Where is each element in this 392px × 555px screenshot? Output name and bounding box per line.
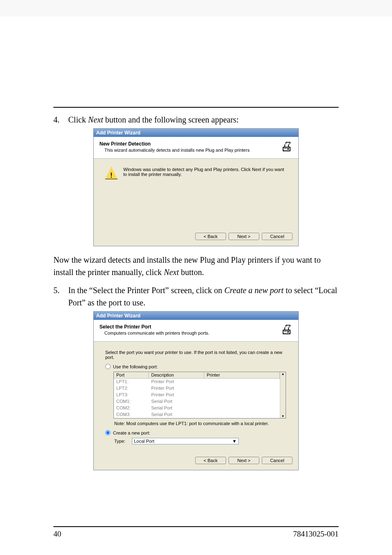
type-row: Type: Local Port ▼ <box>114 438 287 444</box>
mid-paragraph: Now the wizard detects and installs the … <box>53 254 339 278</box>
dialog2-header: Select the Printer Port Computers commun… <box>94 320 298 342</box>
step-4-frag-b: Next <box>88 115 103 124</box>
table-row[interactable]: COM2:Serial Port <box>114 405 280 412</box>
port-table-scrollbar[interactable]: ▲▼ <box>280 372 286 418</box>
table-row[interactable]: COM3:Serial Port <box>114 412 280 418</box>
printer-icon: 🖨 <box>280 140 293 153</box>
scroll-down-icon[interactable]: ▼ <box>280 414 286 418</box>
create-new-port-radio[interactable]: Create a new port: <box>105 430 287 435</box>
step-4-num: 4. <box>53 113 68 126</box>
port-table: Port Description Printer LPT1:Printer Po… <box>113 372 286 419</box>
port-note: Note: Most computers use the LPT1: port … <box>114 421 287 426</box>
port-table-body: LPT1:Printer Port LPT2:Printer Port LPT3… <box>114 379 280 418</box>
top-rule <box>53 107 339 108</box>
col-desc: Description <box>149 372 204 379</box>
table-row[interactable]: LPT2:Printer Port <box>114 385 280 392</box>
step-4: 4. Click Next button and the following s… <box>53 113 339 126</box>
step-5: 5. In the “Select the Printer Port” scre… <box>53 284 339 309</box>
cancel-button[interactable]: Cancel <box>262 233 293 240</box>
type-select-value: Local Port <box>134 439 154 444</box>
back-button[interactable]: < Back <box>195 233 226 240</box>
table-row[interactable]: COM1:Serial Port <box>114 398 280 405</box>
type-select[interactable]: Local Port ▼ <box>132 438 239 444</box>
page-number: 40 <box>53 530 61 539</box>
port-table-head: Port Description Printer <box>114 372 280 379</box>
dialog2-buttons: < Back Next > Cancel <box>94 453 298 470</box>
table-row[interactable]: LPT3:Printer Port <box>114 392 280 398</box>
warning-icon: ! <box>105 167 118 179</box>
use-following-port-radio[interactable]: Use the following port: <box>105 364 287 369</box>
dialog1-header-text: New Printer Detection This wizard automa… <box>99 141 275 153</box>
dialog2-header-title: Select the Printer Port <box>99 324 275 330</box>
dialog2-header-sub: Computers communicate with printers thro… <box>99 331 275 335</box>
dialog1-header: New Printer Detection This wizard automa… <box>94 137 298 159</box>
create-new-port-label: Create a new port: <box>113 430 150 435</box>
dialog1-titlebar: Add Printer Wizard <box>94 129 298 137</box>
use-following-port-input[interactable] <box>105 364 111 369</box>
dialog1-header-sub: This wizard automatically detects and in… <box>99 148 275 153</box>
step-5-text: In the “Select the Printer Port” screen,… <box>68 284 339 309</box>
warn-row: ! Windows was unable to detect any Plug … <box>105 167 287 179</box>
footer-row: 40 78413025-001 <box>53 530 339 539</box>
mid-frag-b: Next <box>164 268 179 277</box>
step-4-frag-a: Click <box>68 115 88 124</box>
step-5-frag-a: In the “Select the Printer Port” screen,… <box>68 286 224 295</box>
type-label: Type: <box>114 439 125 444</box>
port-table-inner: Port Description Printer LPT1:Printer Po… <box>114 372 280 418</box>
back-button[interactable]: < Back <box>195 457 226 464</box>
dialog1-body-text: Windows was unable to detect any Plug an… <box>123 167 287 177</box>
dialog1-buttons: < Back Next > Cancel <box>94 229 298 246</box>
dialog2-header-text: Select the Printer Port Computers commun… <box>99 324 275 335</box>
create-new-port-input[interactable] <box>105 430 111 435</box>
use-following-port-label: Use the following port: <box>113 364 158 369</box>
dialog1-body: ! Windows was unable to detect any Plug … <box>94 159 298 229</box>
page: 4. Click Next button and the following s… <box>0 16 392 555</box>
step-5-frag-b: Create a new port <box>224 286 284 295</box>
next-button[interactable]: Next > <box>228 233 259 240</box>
scroll-up-icon[interactable]: ▲ <box>280 372 286 376</box>
step-4-text: Click Next button and the following scre… <box>68 113 339 126</box>
step-5-num: 5. <box>53 284 68 309</box>
cancel-button[interactable]: Cancel <box>262 457 293 464</box>
table-row[interactable]: LPT1:Printer Port <box>114 379 280 385</box>
chevron-down-icon: ▼ <box>232 439 237 444</box>
dialog2-titlebar: Add Printer Wizard <box>94 312 298 320</box>
footer-rule <box>53 526 339 527</box>
dialog2-hint: Select the port you want your printer to… <box>105 350 287 360</box>
col-printer: Printer <box>204 372 280 379</box>
footer: 40 78413025-001 <box>53 523 339 539</box>
col-port: Port <box>114 372 149 379</box>
printer-icon: 🖨 <box>280 323 293 335</box>
dialog1-header-title: New Printer Detection <box>99 141 275 147</box>
step-4-frag-c: button and the following screen appears: <box>103 115 239 124</box>
dialog-select-printer-port: Add Printer Wizard Select the Printer Po… <box>93 311 299 470</box>
doc-number: 78413025-001 <box>293 530 339 539</box>
dialog-new-printer-detection: Add Printer Wizard New Printer Detection… <box>93 128 299 246</box>
next-button[interactable]: Next > <box>228 457 259 464</box>
mid-frag-c: button. <box>179 268 204 277</box>
dialog2-body: Select the port you want your printer to… <box>94 342 298 453</box>
